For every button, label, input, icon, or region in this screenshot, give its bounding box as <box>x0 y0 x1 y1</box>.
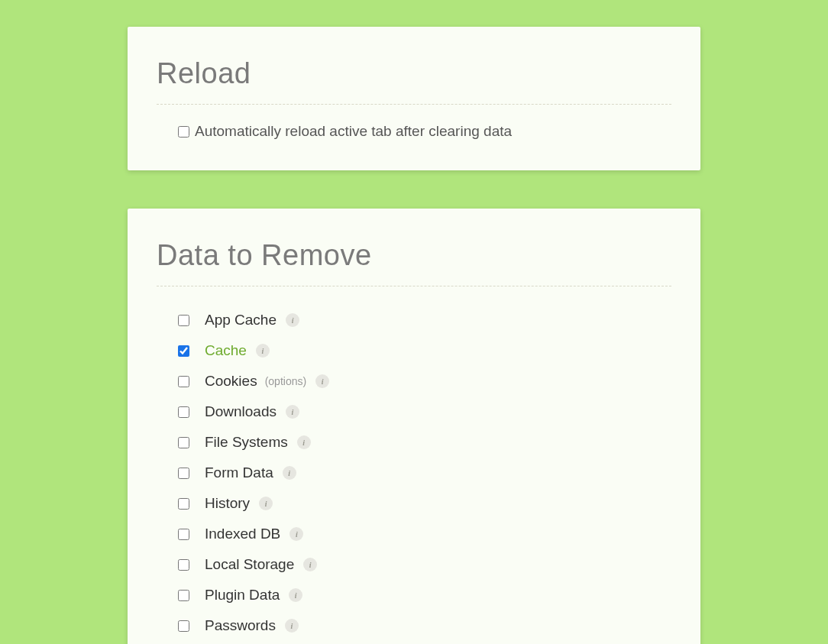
reload-checkbox[interactable] <box>178 126 189 138</box>
data-checkbox[interactable] <box>178 437 189 448</box>
data-item-label[interactable]: History <box>205 495 250 512</box>
info-icon[interactable]: i <box>297 435 311 449</box>
info-icon[interactable]: i <box>283 466 296 480</box>
info-icon[interactable]: i <box>286 405 299 419</box>
info-icon[interactable]: i <box>315 374 329 388</box>
data-checkbox[interactable] <box>178 498 189 510</box>
data-checkbox[interactable] <box>178 529 189 540</box>
info-icon[interactable]: i <box>285 619 299 633</box>
data-item: Historyi <box>157 488 671 519</box>
data-item: File Systemsi <box>157 427 671 458</box>
data-item-label[interactable]: Downloads <box>205 403 277 420</box>
data-item: Plugin Datai <box>157 580 671 610</box>
reload-card: Reload Automatically reload active tab a… <box>128 27 700 170</box>
reload-checkbox-label[interactable]: Automatically reload active tab after cl… <box>195 123 512 140</box>
data-list: App CacheiCacheiCookies(options)iDownloa… <box>157 305 671 641</box>
data-item-label[interactable]: Plugin Data <box>205 587 280 604</box>
options-link[interactable]: (options) <box>265 375 306 387</box>
data-checkbox[interactable] <box>178 315 189 326</box>
data-item: Form Datai <box>157 458 671 488</box>
info-icon[interactable]: i <box>289 588 302 602</box>
data-checkbox[interactable] <box>178 406 189 418</box>
data-item: Cookies(options)i <box>157 366 671 396</box>
data-checkbox[interactable] <box>178 559 189 571</box>
data-to-remove-card: Data to Remove App CacheiCacheiCookies(o… <box>128 209 700 644</box>
info-icon[interactable]: i <box>256 344 270 358</box>
data-item-label[interactable]: Indexed DB <box>205 526 280 542</box>
data-item: Downloadsi <box>157 396 671 427</box>
data-checkbox[interactable] <box>178 376 189 387</box>
data-checkbox[interactable] <box>178 345 189 357</box>
info-icon[interactable]: i <box>259 497 273 510</box>
data-item: Indexed DBi <box>157 519 671 549</box>
data-item: Local Storagei <box>157 549 671 580</box>
data-checkbox[interactable] <box>178 468 189 479</box>
data-item-label[interactable]: App Cache <box>205 312 277 328</box>
data-checkbox[interactable] <box>178 590 189 601</box>
data-item-label[interactable]: Passwords <box>205 617 276 634</box>
data-item: Cachei <box>157 335 671 366</box>
divider <box>157 286 671 286</box>
data-item-label[interactable]: Form Data <box>205 464 273 481</box>
info-icon[interactable]: i <box>286 313 299 327</box>
data-item-label[interactable]: Local Storage <box>205 556 294 573</box>
info-icon[interactable]: i <box>289 527 303 541</box>
reload-title: Reload <box>157 57 671 90</box>
data-item-label[interactable]: Cache <box>205 342 247 359</box>
data-item-label[interactable]: Cookies <box>205 373 257 390</box>
reload-row: Automatically reload active tab after cl… <box>157 123 671 147</box>
data-item: App Cachei <box>157 305 671 335</box>
data-to-remove-title: Data to Remove <box>157 239 671 272</box>
data-item: Passwordsi <box>157 610 671 641</box>
data-item-label[interactable]: File Systems <box>205 434 288 451</box>
divider <box>157 104 671 105</box>
data-checkbox[interactable] <box>178 620 189 632</box>
info-icon[interactable]: i <box>303 558 317 571</box>
